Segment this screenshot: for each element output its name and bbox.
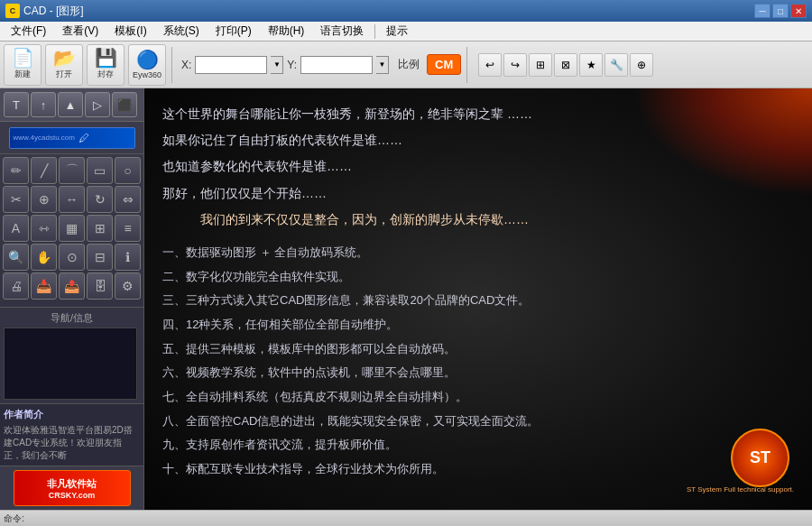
x-arrow[interactable]: ▼ (271, 56, 283, 74)
feature-8: 八、全面管控CAD信息的进出，既能实现安全保密，又可实现全面交流。 (162, 411, 794, 433)
st-logo: ST ST System Full technical support. (731, 429, 794, 492)
scale-label: 比例 (398, 57, 420, 72)
sb-icon-grid[interactable]: ⊟ (87, 244, 113, 271)
y-arrow[interactable]: ▼ (376, 56, 389, 74)
sidebar-tool-3[interactable]: ▲ (58, 92, 83, 117)
sb-icon-layer[interactable]: ≡ (115, 215, 141, 242)
undo-button[interactable]: ↩ (478, 53, 502, 77)
menu-language[interactable]: 语言切换 (313, 22, 371, 41)
menu-print[interactable]: 打印(P) (208, 22, 259, 41)
close-button[interactable]: ✕ (790, 4, 807, 18)
feature-2: 二、数字化仪功能完全由软件实现。 (162, 266, 794, 289)
menu-bar: 文件(F) 查看(V) 模板(I) 系统(S) 打印(P) 帮助(H) 语言切换… (0, 22, 812, 42)
sb-icon-rotate[interactable]: ↻ (87, 186, 113, 213)
star-button[interactable]: ★ (579, 53, 603, 77)
maximize-button[interactable]: □ (772, 4, 789, 18)
feature-4: 四、12种关系，任何相关部位全部自动维护。 (162, 314, 794, 337)
sidebar-row-3: A ⇿ ▦ ⊞ ≡ (3, 215, 141, 242)
sb-icon-line[interactable]: ╱ (31, 157, 57, 184)
feature-3: 三、三种方式读入其它CAD图形信息，兼容读取20个品牌的CAD文件。 (162, 290, 794, 312)
sb-icon-prop[interactable]: ℹ (115, 244, 141, 271)
sb-icon-mirror[interactable]: ⇔ (115, 186, 141, 213)
feature-5: 五、提供三种模板，模板库中的图形都可以全自动放码。 (162, 338, 794, 361)
x-label: X: (181, 59, 191, 71)
menu-help[interactable]: 帮助(H) (261, 22, 312, 41)
st-logo-circle: ST (731, 429, 789, 487)
website-logo: www.4ycadstu.com 🖊 (9, 127, 135, 149)
feature-10: 十、标配互联专业技术指导，全球行业技术为你所用。 (162, 458, 794, 481)
main-content: 这个世界的舞台哪能让你一枝独秀，新登场的，绝非等闲之辈 …… 如果你记住了自由打… (144, 88, 812, 510)
sb-icon-plot[interactable]: 🖨 (3, 272, 29, 300)
grid-button[interactable]: ⊞ (529, 53, 552, 77)
sb-icon-block[interactable]: ⊞ (87, 215, 113, 242)
sb-icon-scale[interactable]: ↔ (59, 186, 85, 213)
nav-info-box (4, 328, 137, 400)
coord-area: X: ▼ Y: ▼ 比例 CM (181, 54, 461, 75)
y-input[interactable] (300, 56, 373, 74)
save-button[interactable]: 💾 封存 (87, 44, 125, 86)
sb-icon-cfg[interactable]: ⚙ (115, 272, 141, 300)
intro-line-3: 也知道参数化的代表软件是谁…… (162, 155, 794, 178)
feature-1: 一、数据驱动图形 ＋ 全自动放码系统。 (162, 242, 794, 264)
feifan-logo-badge: 非凡软件站 CRSKY.com (14, 470, 131, 506)
sb-icon-snap[interactable]: ⊙ (59, 244, 85, 271)
sb-icon-circle[interactable]: ○ (115, 157, 141, 184)
intro-line-1: 这个世界的舞台哪能让你一枝独秀，新登场的，绝非等闲之辈 …… (162, 103, 794, 125)
sidebar-tool-1[interactable]: T (4, 92, 29, 117)
status-bar: 命令: (0, 510, 812, 526)
settings-button[interactable]: 🔧 (604, 53, 628, 77)
feature-6: 六、视频教学系统，软件中的点读机，哪里不会点哪里。 (162, 362, 794, 384)
sb-icon-move[interactable]: ⊕ (31, 186, 57, 213)
menu-hint[interactable]: 提示 (379, 22, 415, 41)
author-section: 作者简介 欢迎体验雅迅智造平台图易2D搭建CAD专业系统！欢迎朋友指正，我们会不… (0, 403, 143, 466)
y-label: Y: (287, 59, 297, 71)
author-title: 作者简介 (4, 408, 140, 421)
menu-template[interactable]: 模板(I) (107, 22, 153, 41)
intro-line-4: 那好，他们仅仅是个开始…… (162, 182, 794, 205)
sb-icon-draw[interactable]: ✏ (3, 157, 29, 184)
sb-icon-import[interactable]: 📥 (31, 272, 57, 300)
title-text: CAD - [图形] (23, 4, 754, 19)
main-area: T ↑ ▲ ▷ ⬛ www.4ycadstu.com 🖊 ✏ ╱ ⌒ ▭ ○ ✂ (0, 88, 812, 510)
save-icon: 💾 (95, 49, 117, 67)
sidebar-row-5: 🖨 📥 📤 🗄 ⚙ (3, 272, 141, 300)
close2-button[interactable]: ⊠ (554, 53, 577, 77)
open-button[interactable]: 📂 打开 (45, 44, 83, 86)
sb-icon-edit[interactable]: ✂ (3, 186, 29, 213)
sb-icon-export[interactable]: 📤 (59, 272, 85, 300)
sb-icon-curve[interactable]: ⌒ (59, 157, 85, 184)
sidebar-row-2: ✂ ⊕ ↔ ↻ ⇔ (3, 186, 141, 213)
zoom-button[interactable]: ⊕ (630, 53, 653, 77)
new-button[interactable]: 📄 新建 (4, 44, 42, 86)
menu-file[interactable]: 文件(F) (4, 22, 53, 41)
sb-icon-pan[interactable]: ✋ (31, 244, 57, 271)
eyw360-button[interactable]: 🔵 Eyw360 (128, 44, 166, 86)
menu-view[interactable]: 查看(V) (55, 22, 106, 41)
sidebar-tool-2[interactable]: ↑ (31, 92, 56, 117)
feature-list: 一、数据驱动图形 ＋ 全自动放码系统。 二、数字化仪功能完全由软件实现。 三、三… (162, 242, 794, 481)
sidebar-tool-4[interactable]: ▷ (85, 92, 110, 117)
bottom-logo: 非凡软件站 CRSKY.com (0, 466, 143, 510)
title-bar: C CAD - [图形] ─ □ ✕ (0, 0, 812, 22)
sb-icon-text[interactable]: A (3, 215, 29, 242)
sidebar-icons-section: ✏ ╱ ⌒ ▭ ○ ✂ ⊕ ↔ ↻ ⇔ A ⇿ ▦ ⊞ ≡ 🔍 (0, 154, 143, 307)
sb-icon-zoom[interactable]: 🔍 (3, 244, 29, 271)
sb-icon-hatch[interactable]: ▦ (59, 215, 85, 242)
sb-icon-dim[interactable]: ⇿ (31, 215, 57, 242)
sb-icon-db[interactable]: 🗄 (87, 272, 113, 300)
menu-system[interactable]: 系统(S) (156, 22, 207, 41)
open-icon: 📂 (53, 49, 76, 67)
x-input[interactable] (195, 56, 267, 74)
toolbar-sep1 (171, 47, 172, 83)
cm-button[interactable]: CM (427, 54, 461, 75)
status-text: 命令: (4, 512, 808, 525)
window-controls[interactable]: ─ □ ✕ (754, 4, 807, 18)
minimize-button[interactable]: ─ (754, 4, 770, 18)
sb-icon-rect[interactable]: ▭ (87, 157, 113, 184)
redo-button[interactable]: ↪ (503, 53, 527, 77)
feature-9: 九、支持原创作者资讯交流，提升板师价值。 (162, 434, 794, 457)
sidebar-tool-5[interactable]: ⬛ (112, 92, 137, 117)
new-icon: 📄 (12, 49, 34, 67)
nav-info-section: 导航/信息 (0, 307, 143, 403)
intro-line-5: 我们的到来不仅仅是整合，因为，创新的脚步从未停歇…… (162, 208, 794, 231)
